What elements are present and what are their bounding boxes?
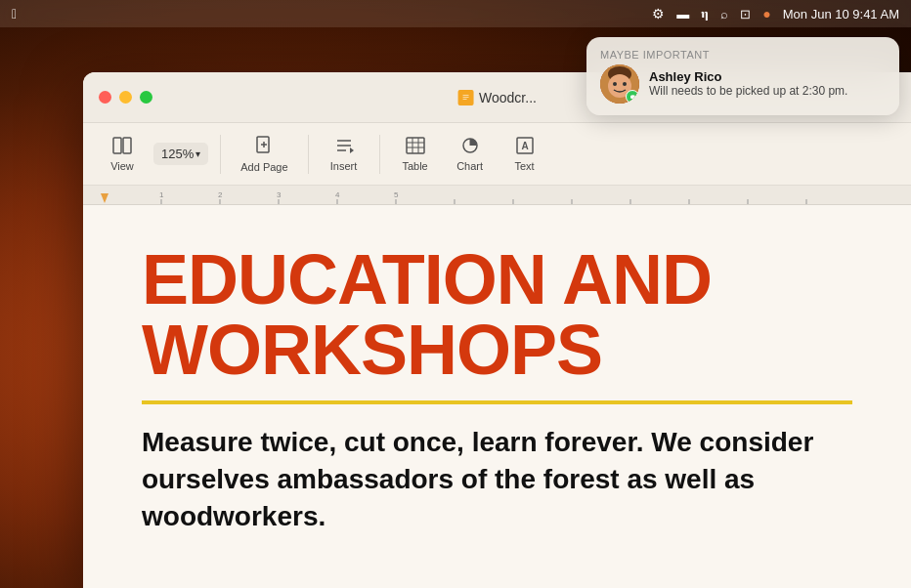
- menubar:  ⚙ ▬ 𝛈 ⌕ ⊡ ● Mon Jun 10 9:41 AM: [0, 0, 911, 27]
- text-icon: A: [515, 137, 535, 157]
- desktop:  ⚙ ▬ 𝛈 ⌕ ⊡ ● Mon Jun 10 9:41 AM: [0, 0, 911, 588]
- user-icon[interactable]: ●: [762, 6, 770, 21]
- table-label: Table: [402, 160, 427, 172]
- zoom-value: 125%: [161, 147, 194, 161]
- toolbar-divider-2: [308, 135, 309, 174]
- svg-text:4: 4: [335, 190, 340, 199]
- toolbar-add-page[interactable]: Add Page: [233, 130, 295, 179]
- doc-content: EDUCATION AND WORKSHOPS Measure twice, c…: [83, 205, 911, 587]
- svg-text:5: 5: [394, 190, 399, 199]
- svg-text:3: 3: [277, 190, 282, 199]
- ruler: 1 2 3 4 5: [83, 186, 911, 205]
- insert-label: Insert: [330, 160, 358, 172]
- search-icon[interactable]: ⌕: [720, 7, 728, 21]
- menubar-right: ⚙ ▬ 𝛈 ⌕ ⊡ ● Mon Jun 10 9:41 AM: [652, 6, 899, 21]
- svg-marker-22: [101, 193, 108, 203]
- display-icon[interactable]: ⊡: [740, 7, 751, 21]
- settings-icon[interactable]: ⚙: [652, 6, 665, 21]
- title-text: Woodcr...: [479, 90, 537, 105]
- doc-icon: [457, 90, 473, 105]
- menubar-left: : [12, 6, 17, 21]
- message-app-icon: [626, 90, 639, 104]
- toolbar-divider-3: [379, 135, 380, 174]
- view-label: View: [110, 160, 134, 172]
- toolbar: View 125% ▾ Add Page: [83, 123, 911, 186]
- battery-icon: ▬: [676, 7, 689, 21]
- window-controls: [83, 91, 152, 104]
- app-window: Woodcr... View 125% ▾: [83, 72, 911, 588]
- svg-marker-12: [350, 147, 354, 153]
- svg-rect-4: [113, 138, 121, 153]
- notification[interactable]: MAYBE IMPORTANT: [586, 37, 899, 115]
- view-icon: [112, 137, 132, 157]
- toolbar-divider-1: [220, 135, 221, 174]
- zoom-chevron: ▾: [195, 148, 200, 159]
- svg-text:1: 1: [159, 190, 164, 199]
- notification-category: MAYBE IMPORTANT: [600, 49, 886, 61]
- menubar-time: Mon Jun 10 9:41 AM: [783, 7, 899, 21]
- svg-rect-1: [462, 95, 468, 96]
- doc-heading: EDUCATION AND WORKSHOPS: [142, 244, 852, 385]
- toolbar-text[interactable]: A Text: [501, 131, 548, 178]
- close-button[interactable]: [99, 91, 111, 104]
- toolbar-chart[interactable]: Chart: [447, 131, 494, 178]
- wifi-icon[interactable]: 𝛈: [701, 6, 709, 21]
- table-icon: [406, 137, 425, 157]
- insert-icon: [334, 137, 354, 157]
- svg-text:A: A: [521, 141, 528, 151]
- svg-point-44: [623, 82, 627, 86]
- doc-divider: [142, 400, 852, 404]
- toolbar-view[interactable]: View: [99, 131, 146, 178]
- window-title: Woodcr...: [457, 90, 537, 105]
- chart-icon: [460, 137, 480, 157]
- svg-point-43: [613, 82, 617, 86]
- minimize-button[interactable]: [119, 91, 132, 104]
- notification-sender: Ashley Rico: [649, 69, 886, 84]
- doc-body: Measure twice, cut once, learn forever. …: [142, 424, 852, 534]
- notification-avatar: [600, 64, 639, 104]
- toolbar-table[interactable]: Table: [392, 131, 439, 178]
- notification-text: Ashley Rico Will needs to be picked up a…: [649, 69, 886, 100]
- toolbar-zoom[interactable]: 125% ▾: [153, 143, 208, 165]
- svg-rect-3: [462, 99, 466, 100]
- add-page-label: Add Page: [240, 161, 287, 173]
- svg-rect-2: [462, 97, 468, 98]
- add-page-icon: [254, 136, 274, 158]
- maximize-button[interactable]: [140, 91, 152, 104]
- text-label: Text: [514, 160, 534, 172]
- svg-rect-5: [123, 138, 131, 153]
- svg-text:2: 2: [218, 190, 223, 199]
- notification-body: Ashley Rico Will needs to be picked up a…: [600, 64, 886, 104]
- svg-rect-13: [407, 138, 424, 153]
- notification-preview: Will needs to be picked up at 2:30 pm.: [649, 84, 886, 100]
- chart-label: Chart: [456, 160, 483, 172]
- toolbar-insert[interactable]: Insert: [321, 131, 368, 178]
- apple-icon[interactable]: : [12, 6, 17, 21]
